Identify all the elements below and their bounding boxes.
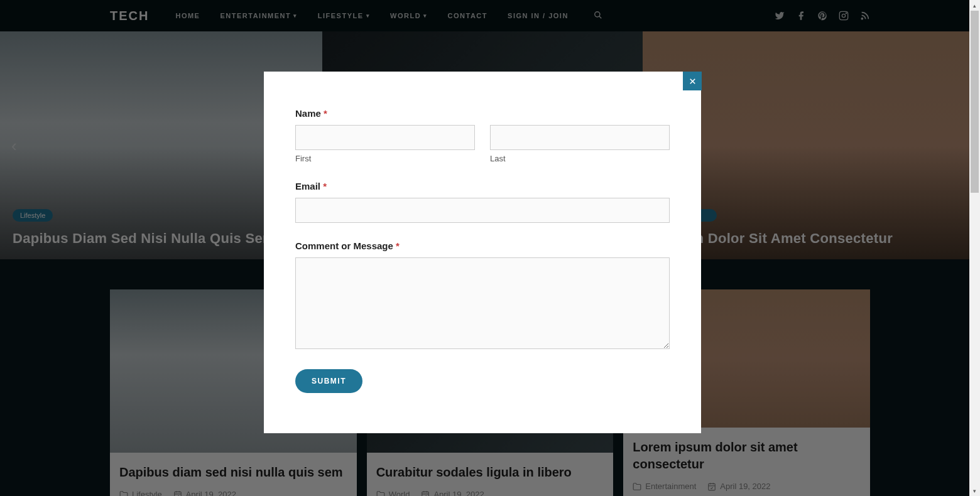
first-name-input[interactable] [295,125,475,150]
contact-modal: Name * First Last Email * Comment or Mes… [264,72,701,433]
comment-label: Comment or Message * [295,240,670,251]
required-indicator: * [324,108,327,119]
required-indicator: * [396,240,400,251]
name-label: Name * [295,108,670,119]
email-label: Email * [295,181,670,191]
last-name-sublabel: Last [490,154,670,163]
comment-label-text: Comment or Message [295,240,393,251]
first-name-col: First [295,125,475,163]
first-name-sublabel: First [295,154,475,163]
email-label-text: Email [295,181,320,191]
email-field-group: Email * [295,181,670,223]
name-row: First Last [295,125,670,163]
last-name-input[interactable] [490,125,670,150]
required-indicator: * [323,181,327,191]
email-input[interactable] [295,198,670,223]
scroll-up-icon[interactable]: ▴ [969,0,980,11]
last-name-col: Last [490,125,670,163]
scrollbar-thumb[interactable] [971,11,979,193]
name-label-text: Name [295,108,321,119]
close-icon [688,77,697,86]
submit-button[interactable]: SUBMIT [295,369,362,393]
comment-textarea[interactable] [295,257,670,349]
modal-close-button[interactable] [683,72,702,90]
scroll-down-icon[interactable]: ▾ [969,485,980,496]
scrollbar-track[interactable]: ▴ ▾ [969,0,980,496]
name-field-group: Name * First Last [295,108,670,163]
comment-field-group: Comment or Message * [295,240,670,352]
